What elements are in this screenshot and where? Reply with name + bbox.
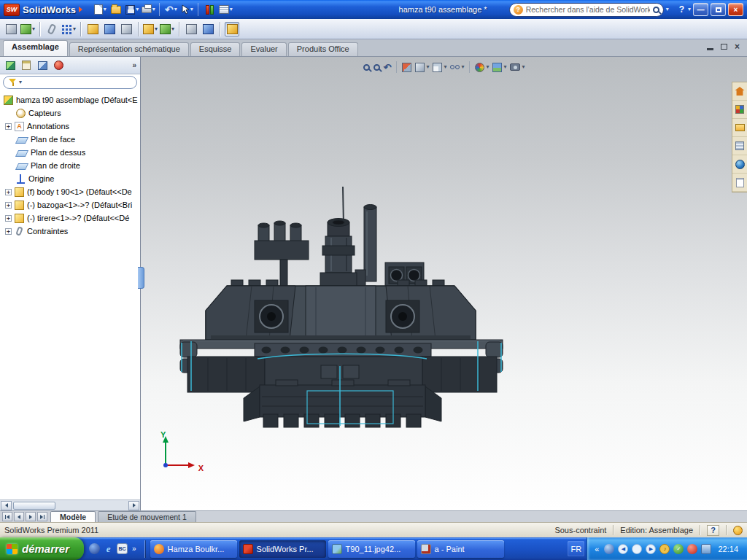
tree-item-capteurs[interactable]: Capteurs — [0, 106, 140, 120]
taskbar-item-image-viewer[interactable]: T90_11.jpg42... — [328, 540, 415, 558]
tray-app-icon[interactable] — [604, 544, 614, 554]
view-palette-tab[interactable] — [732, 137, 747, 155]
new-document-button[interactable]: ▾ — [93, 2, 107, 17]
expand-icon[interactable]: + — [5, 228, 12, 235]
options-button[interactable]: ▾ — [218, 2, 233, 17]
exploded-view-button[interactable] — [201, 22, 215, 36]
logo-arrow-icon[interactable] — [79, 7, 82, 12]
tab-etude-de-mouvement[interactable]: Etude de mouvement 1 — [98, 511, 196, 522]
scroll-right-button[interactable] — [128, 501, 139, 510]
tree-item-body-t90[interactable]: + (f) body t 90<1> (Défaut<<De — [0, 185, 140, 198]
tray-alert-icon[interactable] — [687, 544, 697, 554]
tab-representation-schematique[interactable]: Représentation schématique — [69, 42, 189, 56]
graphics-viewport[interactable]: ↶ ▾ ▾ ▾ ▾ ▾ ▾ — [141, 57, 747, 510]
panel-horizontal-scrollbar[interactable] — [0, 499, 140, 510]
doc-minimize-icon[interactable] — [707, 48, 713, 50]
open-button[interactable] — [109, 2, 123, 17]
taskbar-item-solidworks[interactable]: SolidWorks Pr... — [239, 540, 326, 558]
section-view-button[interactable] — [402, 61, 411, 74]
volume-icon[interactable]: ♪ — [659, 544, 670, 554]
configurationmanager-tab[interactable] — [36, 59, 49, 72]
view-orientation-button[interactable]: ▾ — [415, 61, 429, 74]
search-icon[interactable] — [653, 7, 659, 13]
scrollbar-thumb[interactable] — [13, 502, 55, 510]
tree-item-assembly-root[interactable]: hamza t90 assemblage (Défaut<E — [0, 93, 140, 106]
help-search-input[interactable] — [526, 5, 650, 14]
network-icon[interactable] — [701, 544, 711, 554]
help-search-box[interactable]: ? — [509, 3, 664, 17]
design-library-tab[interactable] — [732, 101, 747, 119]
tab-modele[interactable]: Modèle — [50, 511, 96, 522]
tree-item-plan-de-droite[interactable]: Plan de droite — [0, 159, 140, 172]
print-button[interactable]: ▾ — [141, 2, 155, 17]
help-button[interactable]: ? — [678, 4, 686, 15]
featuremanager-tree-tab[interactable] — [4, 59, 17, 72]
tab-evaluer[interactable]: Evaluer — [241, 42, 286, 56]
tab-produits-office[interactable]: Produits Office — [288, 42, 358, 56]
display-style-button[interactable]: ▾ — [433, 61, 446, 74]
tank-model-t90[interactable] — [141, 57, 747, 510]
panel-splitter-handle[interactable] — [138, 267, 144, 289]
help-dropdown-icon[interactable]: ▾ — [688, 7, 691, 12]
rebuild-button[interactable] — [202, 2, 217, 17]
expand-icon[interactable]: + — [5, 123, 12, 130]
doc-close-icon[interactable]: × — [735, 42, 740, 51]
tree-filter-input[interactable]: ▾ — [3, 76, 137, 89]
propertymanager-tab[interactable] — [20, 59, 33, 72]
reference-geometry-button[interactable]: ▾ — [160, 22, 174, 36]
media-next-icon[interactable]: ▶ — [646, 544, 656, 554]
assembly-features-button[interactable]: ▾ — [143, 22, 158, 36]
edit-component-button[interactable] — [4, 22, 18, 36]
tab-assemblage[interactable]: Assemblage — [3, 40, 68, 56]
quicklaunch-ie-icon[interactable]: e — [103, 543, 114, 554]
select-button[interactable]: ▾ — [179, 2, 194, 17]
tab-scroll-first-button[interactable] — [2, 512, 12, 521]
hide-show-items-button[interactable]: ▾ — [450, 61, 464, 74]
quicklaunch-overflow-icon[interactable]: » — [131, 545, 138, 553]
displaymanager-tab[interactable] — [52, 59, 65, 72]
taskbar-item-paint[interactable]: a - Paint — [417, 540, 504, 558]
media-play-icon[interactable] — [632, 544, 642, 554]
tab-scroll-left-button[interactable] — [14, 512, 24, 521]
mate-button[interactable] — [44, 22, 59, 36]
tree-item-bazoga[interactable]: + (-) bazoga<1>->? (Défaut<Bri — [0, 198, 140, 211]
previous-view-button[interactable]: ↶ — [384, 61, 392, 74]
quick-tips-help-button[interactable]: ? — [707, 525, 719, 536]
tree-item-plan-de-dessus[interactable]: Plan de dessus — [0, 146, 140, 159]
search-dropdown-icon[interactable]: ▾ — [666, 7, 669, 12]
custom-properties-tab[interactable] — [732, 174, 747, 192]
file-explorer-tab[interactable] — [732, 119, 747, 137]
filter-dropdown-icon[interactable]: ▾ — [19, 79, 22, 85]
tab-esquisse[interactable]: Esquisse — [190, 42, 241, 56]
instant3d-button[interactable] — [225, 22, 239, 36]
appearances-scenes-tab[interactable] — [732, 155, 747, 174]
scroll-left-button[interactable] — [1, 501, 12, 510]
move-component-button[interactable] — [102, 22, 117, 36]
language-indicator[interactable]: FR — [568, 541, 584, 556]
smart-fasteners-button[interactable] — [85, 22, 100, 36]
tree-item-origine[interactable]: Origine — [0, 172, 140, 185]
tray-collapse-icon[interactable]: « — [595, 545, 600, 553]
apply-scene-button[interactable]: ▾ — [492, 61, 506, 74]
quicklaunch-media-icon[interactable] — [89, 543, 100, 554]
media-previous-icon[interactable]: ◀ — [618, 544, 628, 554]
tree-item-annotations[interactable]: + A Annotations — [0, 120, 140, 133]
tree-item-tirere[interactable]: + (-) tirere<1>->? (Défaut<<Dé — [0, 211, 140, 225]
view-settings-button[interactable]: ▾ — [510, 61, 525, 74]
quicklaunch-bc-icon[interactable]: BC — [117, 543, 128, 554]
expand-icon[interactable]: + — [5, 215, 12, 222]
edit-appearance-button[interactable]: ▾ — [475, 61, 489, 74]
expand-icon[interactable]: + — [5, 202, 12, 209]
antivirus-icon[interactable]: ✓ — [673, 544, 684, 554]
zoom-fit-button[interactable] — [363, 61, 370, 74]
tree-item-contraintes[interactable]: + Contraintes — [0, 225, 140, 238]
insert-components-button[interactable]: ▾ — [20, 22, 35, 36]
show-hidden-components-button[interactable] — [119, 22, 133, 36]
linear-pattern-button[interactable]: ▾ — [61, 22, 76, 36]
save-button[interactable]: ▾ — [125, 2, 139, 17]
close-button[interactable]: × — [728, 3, 743, 16]
expand-icon[interactable]: + — [5, 189, 12, 195]
doc-restore-icon[interactable] — [721, 44, 727, 50]
tree-item-plan-de-face[interactable]: Plan de face — [0, 133, 140, 146]
solidworks-resources-tab[interactable] — [732, 82, 747, 101]
